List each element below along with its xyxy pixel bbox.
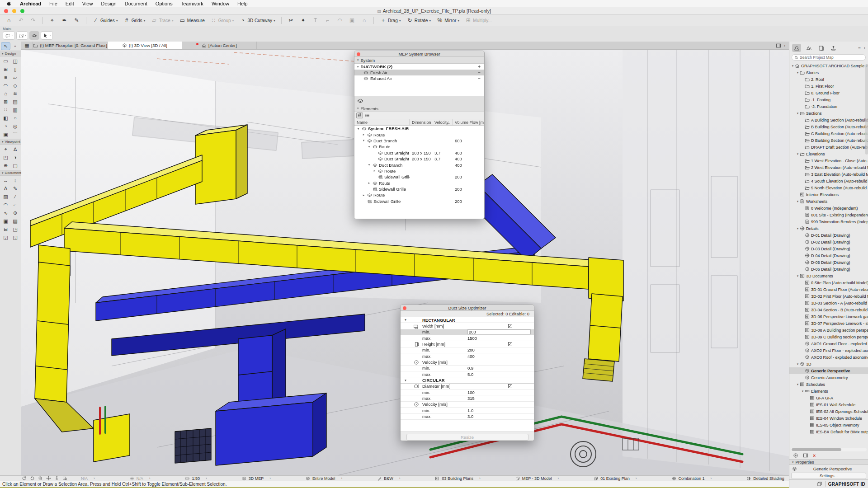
nav-item[interactable]: B Building Section (Auto-rebuild Model <box>789 123 868 130</box>
spline-tool[interactable]: ∿ <box>1 209 10 216</box>
railing-tool[interactable]: ∷ <box>1 106 10 113</box>
nav-item[interactable]: 1 West Elevation - Close (Auto-rebuild N <box>789 157 868 164</box>
optimizer-row-min-[interactable]: min.200 <box>401 347 534 353</box>
add-system-button[interactable]: + <box>478 64 481 69</box>
nav-item[interactable]: GFA GFA <box>789 394 868 401</box>
menu-item-edit[interactable]: Edit <box>66 1 74 6</box>
nav-item[interactable]: D-01 Detail (Drawing) <box>789 232 868 239</box>
parameter-value[interactable]: 1.0 <box>467 408 508 413</box>
duct-system-icon[interactable] <box>357 98 363 104</box>
element-row[interactable]: ▾Route <box>354 144 484 150</box>
chevron-down-icon[interactable]: ▾ <box>796 112 800 115</box>
system-row[interactable]: Exhaust Air− <box>354 75 484 81</box>
element-row[interactable]: Sidewall Grille200 <box>354 174 484 180</box>
mesh-tool[interactable]: ≋ <box>11 90 19 97</box>
tab-mep-floorplan[interactable]: (!) MEP Floorplan [0. Ground Floor] <box>33 42 108 49</box>
element-row[interactable]: ▸Route <box>354 168 484 174</box>
nav-item[interactable]: IES-01 Wall Schedule <box>789 401 868 408</box>
interior-elevation-tool[interactable]: ◰ <box>1 154 10 161</box>
chevron-right-icon[interactable]: ▸ <box>373 169 377 173</box>
status-segment-3d-mep[interactable]: 3D MEP› <box>242 476 271 481</box>
patch-tool[interactable]: ◲ <box>1 234 10 241</box>
close-palette-button[interactable] <box>357 52 360 56</box>
pan-button[interactable] <box>46 476 51 481</box>
section-tool[interactable]: ⌖ <box>1 145 10 153</box>
3d-cutaway-button[interactable]: ◔3D Cutaway▾ <box>238 16 277 24</box>
select-element-button[interactable]: ⌖ <box>47 16 57 24</box>
collapse-triangle-icon[interactable]: ▾ <box>357 58 359 62</box>
polyline-tool[interactable]: ⌐ <box>11 201 19 208</box>
fit-in-window-button[interactable] <box>62 476 67 481</box>
zone-tool[interactable]: ⊠ <box>1 98 10 105</box>
parameter-value[interactable]: 315 <box>467 396 508 401</box>
collapse-triangle-icon[interactable]: ▾ <box>401 318 410 322</box>
home-button[interactable]: ⌂ <box>4 16 14 24</box>
chevron-down-icon[interactable]: ▾ <box>796 71 800 75</box>
nav-item[interactable]: 0 Welcome (Independent) <box>789 205 868 211</box>
project-map-tab[interactable] <box>792 44 801 52</box>
checkbox-checked[interactable]: ✓ <box>508 384 512 388</box>
shell-tool[interactable]: ◇ <box>11 82 19 89</box>
stair-tool[interactable]: ▤ <box>11 98 19 105</box>
nav-item[interactable]: D Building Section (Auto-rebuild Model <box>789 137 868 144</box>
nav-item[interactable]: Generic Perspective <box>789 367 868 374</box>
menu-app-name[interactable]: Archicad <box>20 1 41 6</box>
camera-tool[interactable]: ◑ <box>11 154 19 161</box>
skylight-tool[interactable]: ⌂ <box>1 90 10 97</box>
morph-tool[interactable]: ◧ <box>1 114 10 122</box>
nav-item[interactable]: 3D-03 Section - A (Auto-rebuild Model <box>789 300 868 306</box>
dimension-tool[interactable]: ↔ <box>1 177 10 184</box>
nav-item[interactable]: -1. Footing <box>789 96 868 103</box>
optimizer-row-min-[interactable]: min.100 <box>401 389 534 395</box>
optimizer-row-max-[interactable]: max.1500 <box>401 335 534 341</box>
chevron-right-icon[interactable]: › <box>711 476 712 480</box>
measure-button[interactable]: ▭Measure <box>177 16 207 24</box>
chevron-right-icon[interactable]: › <box>636 476 637 480</box>
nav-item[interactable]: DRAFT Draft Section (Auto-rebuild Moc <box>789 144 868 150</box>
graphisoft-id-button[interactable]: GRAPHISOFT ID <box>828 482 865 487</box>
parameter-value[interactable]: 400 <box>467 354 508 359</box>
tab-3d-view[interactable]: (!) 3D View [3D / All] <box>108 42 182 49</box>
figure-tool[interactable]: ▣ <box>1 217 10 225</box>
list-view-button[interactable] <box>364 113 371 118</box>
delete-icon[interactable]: × <box>813 453 816 458</box>
column-header[interactable]: Name <box>354 119 410 125</box>
nav-item[interactable]: AXO2 First Floor - exploded axonometr <box>789 347 868 354</box>
nav-item[interactable]: 3D-04 Section - B (Auto-rebuild Model <box>789 306 868 313</box>
chevron-right-icon[interactable]: › <box>206 476 207 480</box>
nav-item[interactable]: 3D-06 Perspective Linework garden (A <box>789 313 868 320</box>
value-input[interactable] <box>467 329 531 334</box>
chevron-down-icon[interactable]: ▾ <box>367 163 371 167</box>
curtain-wall-tool[interactable]: ▥ <box>11 106 19 113</box>
back-button[interactable] <box>22 476 27 481</box>
parameter-value[interactable]: 100 <box>467 390 508 395</box>
nav-item[interactable]: ▾Details <box>789 225 868 232</box>
remove-system-button[interactable]: − <box>478 70 481 75</box>
chevron-down-icon[interactable]: ▾ <box>796 383 800 386</box>
marquee-options-button[interactable]: › <box>3 31 15 40</box>
duct-tool[interactable]: ▣ <box>1 131 10 138</box>
element-row[interactable]: ▾System: FRESH AIR <box>354 126 484 131</box>
nav-item[interactable]: D-03 Detail (Drawing) <box>789 245 868 252</box>
nav-item[interactable]: 2 West Elevation (Auto-rebuild Model) <box>789 164 868 171</box>
chevron-down-icon[interactable]: ▾ <box>791 64 795 68</box>
nav-item[interactable]: IES-BX Default for BIMx output <box>789 428 868 435</box>
system-section-header[interactable]: ▾ System <box>354 57 484 64</box>
chevron-down-icon[interactable]: ▾ <box>796 274 800 278</box>
parameter-value[interactable]: 1500 <box>467 336 508 341</box>
checkbox-checked[interactable]: ✓ <box>508 324 512 328</box>
parameter-value[interactable] <box>467 329 508 334</box>
roof-tool[interactable]: ◠ <box>1 82 10 89</box>
nav-item[interactable]: D-05 Detail (Drawing) <box>789 259 868 266</box>
chevron-down-icon[interactable]: ▾ <box>796 362 800 366</box>
rotate-button[interactable]: ↻Rotate▾ <box>405 16 433 24</box>
close-palette-button[interactable] <box>403 306 406 310</box>
column-header[interactable]: Velocity... <box>432 119 453 125</box>
add-viewpoint-icon[interactable] <box>793 453 798 458</box>
status-segment-b-w[interactable]: B&W› <box>377 476 400 481</box>
marker-tool[interactable]: ◳ <box>11 225 19 233</box>
vertical-scrollbar[interactable] <box>865 64 868 155</box>
nav-item[interactable]: ▾Elements <box>789 388 868 394</box>
organizer-icon[interactable] <box>817 481 822 487</box>
parameter-value[interactable]: 3.0 <box>467 414 508 419</box>
